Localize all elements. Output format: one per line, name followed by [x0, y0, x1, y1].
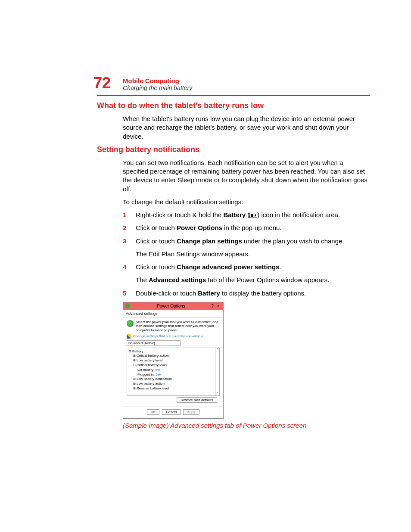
power-plan-icon	[127, 320, 134, 327]
scroll-up-icon[interactable]: ˄	[217, 348, 218, 352]
description-text: Select the power plan that you want to c…	[136, 320, 220, 333]
tree-leaf[interactable]: On battery: 5%	[129, 368, 213, 373]
tree-node[interactable]: Low battery notification	[129, 377, 213, 382]
scroll-down-icon[interactable]: ˅	[217, 392, 218, 395]
step-text: Right-click or touch & hold the Battery …	[136, 211, 370, 219]
step-continuation: The Edit Plan Settings window appears.	[136, 250, 370, 258]
restore-defaults-button[interactable]: Restore plan defaults	[177, 397, 217, 403]
step-text: Click or touch Change plan settings unde…	[136, 237, 370, 246]
step-3: 3 Click or touch Change plan settings un…	[123, 237, 370, 246]
step-1: 1 Right-click or touch & hold the Batter…	[123, 211, 370, 219]
step-continuation: The Advanced settings tab of the Power O…	[136, 276, 370, 284]
section-heading-2: Setting battery notifications	[97, 145, 370, 154]
chevron-down-icon: ˅	[177, 341, 179, 345]
step-text: Click or touch Change advanced power set…	[136, 263, 370, 271]
section-heading-1: What to do when the tablet's battery run…	[97, 101, 370, 110]
window-titlebar: Power Options ? ×	[123, 302, 223, 310]
tab-advanced-settings[interactable]: Advanced settings	[123, 310, 223, 317]
step-number: 5	[123, 289, 136, 298]
body-paragraph: You can set two notifications. Each noti…	[123, 159, 370, 193]
step-2: 2 Click or touch Power Options in the po…	[123, 224, 370, 232]
tree-node[interactable]: Reserve battery level	[129, 386, 213, 391]
step-number: 1	[123, 211, 136, 219]
chapter-title: Mobile Computing	[123, 77, 192, 84]
apply-button[interactable]: Apply	[183, 409, 199, 415]
tree-node[interactable]: Critical battery level	[129, 363, 213, 368]
step-text: Click or touch Power Options in the pop-…	[136, 224, 370, 232]
window-title: Power Options	[133, 304, 209, 308]
close-button[interactable]: ×	[215, 304, 221, 308]
body-paragraph: When the tablet's battery runs low you c…	[123, 115, 370, 141]
tree-node[interactable]: Low battery level	[129, 358, 213, 363]
step-number: 3	[123, 237, 136, 246]
change-unavailable-link[interactable]: Change settings that are currently unava…	[133, 334, 203, 338]
window-icon	[125, 303, 130, 308]
step-number: 4	[123, 263, 136, 271]
step-5: 5 Double-click or touch Battery to displ…	[123, 289, 370, 298]
shield-icon	[127, 334, 131, 339]
tree-node-battery[interactable]: Battery	[129, 349, 213, 354]
svg-rect-2	[251, 214, 253, 217]
tree-node[interactable]: Critical battery action	[129, 354, 213, 358]
step-4: 4 Click or touch Change advanced power s…	[123, 263, 370, 271]
settings-tree[interactable]: Battery Critical battery action Low batt…	[127, 348, 215, 396]
embedded-screenshot: Power Options ? × Advanced settings Sele…	[123, 302, 224, 419]
power-plan-select[interactable]: Balanced [Active] ˅	[127, 340, 181, 346]
page-header: 72 Mobile Computing Charging the main ba…	[93, 75, 370, 91]
svg-rect-1	[255, 215, 256, 216]
step-text: Double-click or touch Battery to display…	[136, 289, 370, 298]
body-paragraph: To change the default notification setti…	[123, 198, 370, 206]
battery-icon	[249, 213, 257, 218]
header-rule	[97, 95, 370, 96]
step-number: 2	[123, 224, 136, 232]
tree-leaf[interactable]: Plugged in: 5%	[129, 373, 213, 377]
ok-button[interactable]: OK	[147, 409, 160, 415]
chapter-subtitle: Charging the main battery	[123, 84, 192, 91]
select-value: Balanced [Active]	[128, 341, 155, 345]
scrollbar[interactable]: ˄ ˅	[215, 348, 220, 396]
cancel-button[interactable]: Cancel	[162, 409, 181, 415]
tree-node[interactable]: Low battery action	[129, 382, 213, 386]
image-caption: (Sample Image) Advanced settings tab of …	[123, 421, 370, 430]
help-button[interactable]: ?	[209, 304, 215, 308]
page-number: 72	[93, 75, 111, 91]
